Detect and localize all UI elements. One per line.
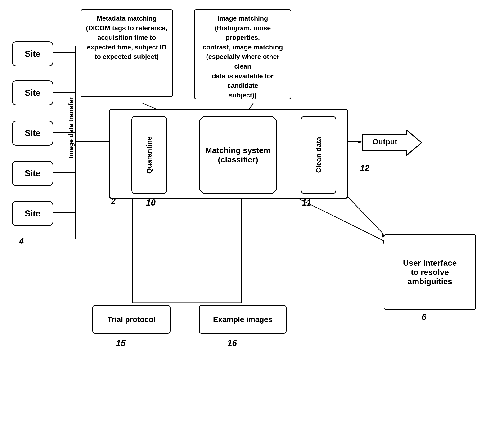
clean-num-label: 11 (302, 198, 311, 208)
site-box-5: Site (12, 201, 53, 226)
matching-label: Matching system (classifier) (205, 146, 271, 164)
site-label-2: Site (25, 88, 40, 98)
user-interface-label: User interface to resolve ambiguities (403, 258, 457, 286)
clean-data-box: Clean data (301, 116, 336, 194)
quarantine-num: 10 (146, 198, 156, 208)
image-annotation-text: Image matching (Histogram, noise propert… (203, 15, 283, 99)
site-box-2: Site (12, 81, 53, 105)
image-data-transfer-label: Image data transfer (65, 78, 77, 177)
clean-data-num: 12 (360, 163, 370, 173)
site-label-5: Site (25, 209, 40, 219)
quarantine-label: Quarantine (145, 136, 153, 174)
site-label-3: Site (25, 128, 40, 138)
diagram: Site Site Site Site Site 4 Image data tr… (0, 0, 504, 424)
image-data-transfer-text: Image data transfer (67, 97, 75, 158)
trial-protocol-num: 15 (116, 338, 126, 348)
svg-text:Output: Output (373, 137, 397, 146)
example-images-num: 16 (227, 338, 237, 348)
svg-marker-13 (358, 140, 362, 144)
user-interface-num: 6 (421, 312, 426, 322)
metadata-annotation-box: Metadata matching (DICOM tags to referen… (81, 9, 173, 97)
main-system-num: 2 (111, 196, 115, 206)
site-group-num: 4 (19, 237, 24, 247)
site-label-1: Site (25, 49, 40, 59)
output-arrow: Output (362, 130, 421, 156)
example-images-box: Example images (199, 305, 287, 334)
metadata-annotation-text: Metadata matching (DICOM tags to referen… (86, 15, 167, 60)
matching-system-box: Matching system (classifier) (199, 116, 277, 194)
trial-protocol-label: Trial protocol (108, 315, 156, 324)
trial-protocol-box: Trial protocol (92, 305, 171, 334)
clean-data-label: Clean data (314, 137, 323, 173)
site-box-4: Site (12, 161, 53, 186)
image-annotation-box: Image matching (Histogram, noise propert… (194, 9, 291, 99)
example-images-label: Example images (213, 315, 273, 324)
quarantine-box: Quarantine (131, 116, 167, 194)
site-label-4: Site (25, 168, 40, 178)
site-box-1: Site (12, 41, 53, 66)
site-box-3: Site (12, 121, 53, 145)
user-interface-box: User interface to resolve ambiguities (384, 234, 476, 310)
